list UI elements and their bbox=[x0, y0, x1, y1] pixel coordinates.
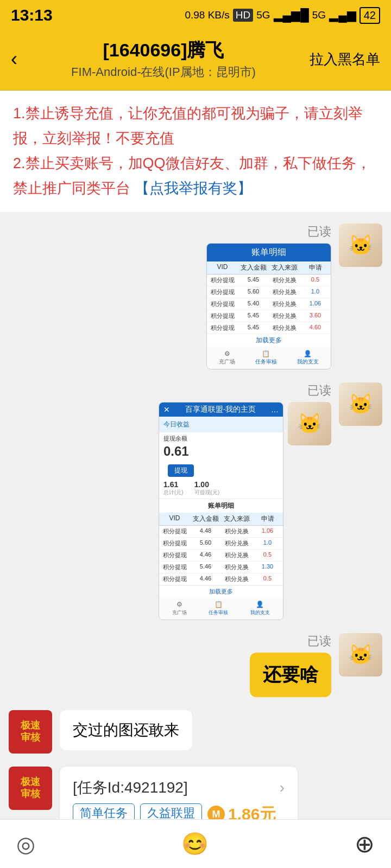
bottom-bar: ◎ 😊 ⊕ bbox=[0, 819, 391, 868]
ss-row: 积分提现5.45积分兑换4.60 bbox=[207, 322, 331, 334]
combined-ss-left: ✕ 百享通联盟-我的主页 … 今日收益 提现余额 0.61 提现 1.61总计(… bbox=[159, 402, 283, 620]
ss-footer-1: ⚙充广场 📋任务审核 👤我的支支 bbox=[207, 347, 331, 369]
msg-content-2: 已读 ✕ 百享通联盟-我的主页 … 今日收益 提现余额 0.61 提现 bbox=[159, 382, 331, 620]
status-time: 13:13 bbox=[11, 6, 53, 24]
message-row-3: 🐱 已读 还要啥 bbox=[9, 633, 382, 697]
screenshot-1: 账单明细 VID 支入金额 支入来源 申请 积分提现5.45积分兑换0.5 积分… bbox=[206, 243, 331, 369]
battery-icon: 42 bbox=[360, 7, 380, 24]
amounts-row: 1.61总计(元) 1.00可提现(元) bbox=[159, 478, 283, 499]
header-center: [1640696]腾飞 FIM-Android-在线(IP属地：昆明市) bbox=[17, 38, 310, 80]
chat-subtitle: FIM-Android-在线(IP属地：昆明市) bbox=[17, 64, 310, 80]
back-button[interactable]: ‹ bbox=[11, 48, 17, 71]
bubble-3: 还要啥 bbox=[250, 653, 331, 697]
warning-banner: 1.禁止诱导充值，让你充值的都可视为骗子，请立刻举报，立刻举报！不要充值 2.禁… bbox=[0, 91, 391, 213]
message-row-2: 🐱 已读 ✕ 百享通联盟-我的主页 … 今日收益 提现余额 0.61 提 bbox=[9, 382, 382, 620]
report-link[interactable]: 【点我举报有奖】 bbox=[135, 180, 252, 196]
bill-detail-title: 账单明细 bbox=[159, 499, 283, 513]
ss-title-1: 账单明细 bbox=[207, 244, 331, 261]
ss-row: 积分提现5.45积分兑换3.60 bbox=[207, 310, 331, 322]
combined-screenshots: ✕ 百享通联盟-我的主页 … 今日收益 提现余额 0.61 提现 1.61总计(… bbox=[159, 402, 331, 620]
msg-content-3: 已读 还要啥 bbox=[250, 633, 331, 697]
signal-bars: ▂▄▆█ bbox=[274, 8, 309, 22]
message-row-4: 极速 审核 交过的图还敢来 bbox=[9, 710, 382, 754]
warning-line1: 1.禁止诱导充值，让你充值的都可视为骗子，请立刻举报，立刻举报！不要充值 bbox=[13, 101, 378, 151]
sender-avatar-1: 🐱 bbox=[339, 224, 382, 267]
task-arrow-1: › bbox=[280, 779, 285, 796]
sender-avatar-2: 🐱 bbox=[339, 382, 382, 426]
task-id-1: [任务Id:4921192] bbox=[73, 777, 188, 798]
bubble-4: 交过的图还敢来 bbox=[60, 710, 192, 750]
withdraw-btn: 提现 bbox=[168, 464, 194, 477]
msg-status-1: 已读 bbox=[206, 224, 331, 240]
msg-status-3: 已读 bbox=[250, 633, 331, 649]
status-icons: 0.98 KB/s HD 5G ▂▄▆█ 5G ▂▄▆ 42 bbox=[185, 7, 380, 24]
add-button[interactable]: ⊕ bbox=[355, 830, 375, 858]
wifi-bars: ▂▄▆ bbox=[329, 8, 356, 22]
network-speed: 0.98 KB/s bbox=[185, 9, 229, 21]
msg-content-4: 交过的图还敢来 bbox=[60, 710, 192, 750]
status-bar: 13:13 0.98 KB/s HD 5G ▂▄▆█ 5G ▂▄▆ 42 bbox=[0, 0, 391, 30]
blacklist-button[interactable]: 拉入黑名单 bbox=[310, 50, 380, 69]
task-card-header-1: [任务Id:4921192] › bbox=[73, 777, 285, 798]
signal-5g: 5G bbox=[256, 9, 270, 21]
wifi-5g: 5G bbox=[312, 9, 326, 21]
ss-row: 积分提现5.45积分兑换0.5 bbox=[207, 275, 331, 286]
msg-status-2: 已读 bbox=[159, 382, 331, 399]
nfc-button[interactable]: ◎ bbox=[16, 832, 35, 857]
ss-row: 积分提现5.40积分兑换1.06 bbox=[207, 298, 331, 310]
hd-icon: HD bbox=[233, 9, 253, 22]
system-avatar-2: 极速 审核 bbox=[9, 767, 52, 810]
combined-ss-right: 🐱 bbox=[288, 402, 331, 620]
system-avatar-1: 极速 审核 bbox=[9, 710, 52, 754]
msg-content-1: 已读 账单明细 VID 支入金额 支入来源 申请 积分提现5.45积分兑换0.5… bbox=[206, 224, 331, 369]
chat-title: [1640696]腾飞 bbox=[17, 38, 310, 63]
chat-header: ‹ [1640696]腾飞 FIM-Android-在线(IP属地：昆明市) 拉… bbox=[0, 30, 391, 91]
chat-area: 🐱 已读 账单明细 VID 支入金额 支入来源 申请 积分提现5.45积分兑换0… bbox=[0, 213, 391, 868]
message-row-1: 🐱 已读 账单明细 VID 支入金额 支入来源 申请 积分提现5.45积分兑换0… bbox=[9, 224, 382, 369]
sender-avatar-3: 🐱 bbox=[339, 633, 382, 676]
ss-more: 加载更多 bbox=[207, 334, 331, 347]
warning-line2: 2.禁止买卖账号，加QQ微信好友、加群，私下做任务，禁止推广同类平台 【点我举报… bbox=[13, 151, 378, 201]
ss-row: 积分提现5.60积分兑换1.0 bbox=[207, 286, 331, 298]
emoji-button[interactable]: 😊 bbox=[181, 831, 209, 857]
ss-col-header-1: VID 支入金额 支入来源 申请 bbox=[207, 261, 331, 275]
